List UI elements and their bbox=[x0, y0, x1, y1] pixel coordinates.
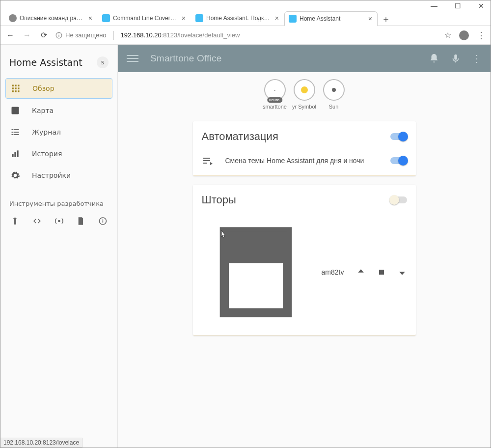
svg-rect-21 bbox=[17, 150, 18, 157]
sidebar-item-history[interactable]: История bbox=[5, 144, 112, 164]
sun-dot-icon bbox=[332, 88, 336, 92]
status-bar: 192.168.10.20:8123/lovelace bbox=[0, 438, 82, 448]
tab-label: Command Line Cover - Hom bbox=[113, 15, 178, 22]
badge-label: Sun bbox=[329, 104, 339, 110]
svg-rect-20 bbox=[14, 152, 16, 157]
user-avatar[interactable]: s bbox=[97, 56, 109, 68]
file-code-icon[interactable] bbox=[76, 216, 85, 226]
badge-label: smarttone bbox=[263, 104, 287, 110]
remote-icon[interactable] bbox=[10, 216, 20, 226]
svg-rect-3 bbox=[12, 85, 14, 86]
badge-row: -неизв. smarttone yr Symbol Sun bbox=[118, 72, 491, 112]
sidebar: Home Assistant s Обзор Карта Журнал Исто… bbox=[0, 45, 118, 448]
sidebar-item-map[interactable]: Карта bbox=[5, 101, 112, 120]
svg-rect-6 bbox=[12, 87, 14, 89]
sidebar-item-logbook[interactable]: Журнал bbox=[5, 122, 112, 142]
window-minimize-button[interactable]: — bbox=[428, 2, 440, 10]
code-icon[interactable] bbox=[32, 216, 42, 226]
window-maximize-button[interactable]: ☐ bbox=[452, 2, 464, 10]
svg-rect-25 bbox=[103, 219, 104, 220]
bell-icon[interactable] bbox=[429, 53, 439, 64]
automation-label: Смена темы Home Assistant для дня и ночи bbox=[225, 157, 379, 165]
svg-rect-26 bbox=[454, 55, 457, 60]
radio-tower-icon[interactable] bbox=[55, 216, 64, 226]
info-icon[interactable] bbox=[98, 216, 108, 226]
tab-close-icon[interactable]: × bbox=[87, 14, 93, 22]
card-group-toggle[interactable] bbox=[390, 133, 407, 140]
svg-point-22 bbox=[58, 220, 60, 223]
svg-rect-18 bbox=[14, 134, 19, 135]
svg-rect-7 bbox=[15, 87, 16, 89]
automation-row[interactable]: Смена темы Home Assistant для дня и ночи bbox=[193, 147, 416, 175]
url-host: 192.168.10.20 bbox=[121, 31, 162, 39]
svg-rect-4 bbox=[15, 85, 16, 86]
sidebar-item-label: История bbox=[32, 150, 62, 158]
badge-smarttone[interactable]: -неизв. smarttone bbox=[263, 79, 287, 110]
sidebar-item-label: Обзор bbox=[32, 84, 55, 92]
window-close-button[interactable]: ✕ bbox=[475, 2, 487, 10]
svg-rect-17 bbox=[12, 134, 13, 135]
globe-icon bbox=[9, 14, 17, 22]
badge-sun[interactable]: Sun bbox=[322, 79, 346, 110]
ha-favicon-icon bbox=[289, 15, 297, 23]
playlist-icon bbox=[202, 155, 214, 167]
tab-close-icon[interactable]: × bbox=[181, 14, 187, 22]
browser-tabbar: Описание команд радиом × Command Line Co… bbox=[0, 9, 491, 26]
bookmark-star-icon[interactable]: ☆ bbox=[444, 30, 451, 40]
badge-yr-symbol[interactable]: yr Symbol bbox=[292, 79, 317, 110]
chart-bar-icon bbox=[10, 149, 20, 159]
badge-inner: - bbox=[274, 87, 275, 93]
apps-grid-icon bbox=[11, 84, 21, 93]
gear-icon bbox=[10, 170, 20, 180]
svg-rect-9 bbox=[12, 90, 14, 92]
svg-rect-11 bbox=[18, 90, 19, 92]
nav-back-button[interactable]: ← bbox=[5, 31, 15, 40]
browser-tab[interactable]: Описание команд радиом × bbox=[4, 11, 98, 26]
sidebar-item-settings[interactable]: Настройки bbox=[5, 166, 112, 185]
card-title: Шторы bbox=[202, 194, 236, 206]
cover-stop-button[interactable] bbox=[377, 267, 386, 277]
cover-close-button[interactable] bbox=[397, 267, 407, 277]
browser-tab-active[interactable]: Home Assistant × bbox=[284, 11, 378, 26]
svg-rect-14 bbox=[14, 129, 19, 130]
hamburger-menu-icon[interactable] bbox=[127, 53, 138, 64]
svg-rect-2 bbox=[58, 33, 59, 34]
sidebar-item-overview[interactable]: Обзор bbox=[5, 78, 112, 99]
svg-rect-15 bbox=[12, 132, 13, 133]
tab-close-icon[interactable]: × bbox=[274, 14, 280, 22]
svg-rect-5 bbox=[18, 85, 19, 86]
tab-close-icon[interactable]: × bbox=[367, 15, 373, 23]
ha-favicon-icon bbox=[195, 14, 203, 22]
browser-tab[interactable]: Home Assistant. Подключе × bbox=[191, 11, 284, 26]
account-box-icon bbox=[10, 106, 20, 115]
nav-forward-button[interactable]: → bbox=[22, 31, 32, 40]
tab-label: Описание команд радиом bbox=[20, 15, 84, 22]
microphone-icon[interactable] bbox=[450, 53, 461, 64]
url-display[interactable]: 192.168.10.20:8123/lovelace/default_view bbox=[121, 31, 240, 39]
svg-rect-8 bbox=[18, 87, 19, 89]
browser-menu-icon[interactable]: ⋮ bbox=[477, 30, 486, 41]
automation-toggle[interactable] bbox=[390, 157, 407, 164]
cover-label: am82tv bbox=[322, 268, 344, 276]
new-tab-button[interactable]: ＋ bbox=[380, 13, 392, 26]
svg-rect-13 bbox=[12, 129, 13, 130]
sidebar-dev-section-label: Инструменты разработчика bbox=[0, 187, 117, 211]
cover-open-button[interactable] bbox=[356, 267, 366, 277]
browser-addressbar: ← → ⟳ Не защищено 192.168.10.20:8123/lov… bbox=[0, 26, 491, 45]
site-info-button[interactable]: Не защищено bbox=[55, 31, 107, 39]
not-secure-label: Не защищено bbox=[65, 31, 107, 39]
svg-rect-29 bbox=[203, 163, 207, 164]
card-group-toggle[interactable] bbox=[390, 196, 407, 203]
separator bbox=[113, 31, 114, 40]
card-covers: Шторы am82tv bbox=[193, 185, 416, 336]
svg-rect-31 bbox=[224, 232, 287, 263]
topbar: Smarttone Office ⋮ bbox=[118, 45, 491, 72]
browser-tab[interactable]: Command Line Cover - Hom × bbox=[98, 11, 191, 26]
svg-rect-12 bbox=[12, 107, 19, 114]
weather-sunny-icon bbox=[299, 84, 310, 95]
profile-avatar-icon[interactable] bbox=[459, 30, 469, 40]
nav-reload-button[interactable]: ⟳ bbox=[39, 30, 49, 40]
topbar-menu-icon[interactable]: ⋮ bbox=[472, 53, 482, 64]
cover-row[interactable]: am82tv bbox=[193, 210, 416, 335]
svg-rect-27 bbox=[203, 158, 210, 159]
